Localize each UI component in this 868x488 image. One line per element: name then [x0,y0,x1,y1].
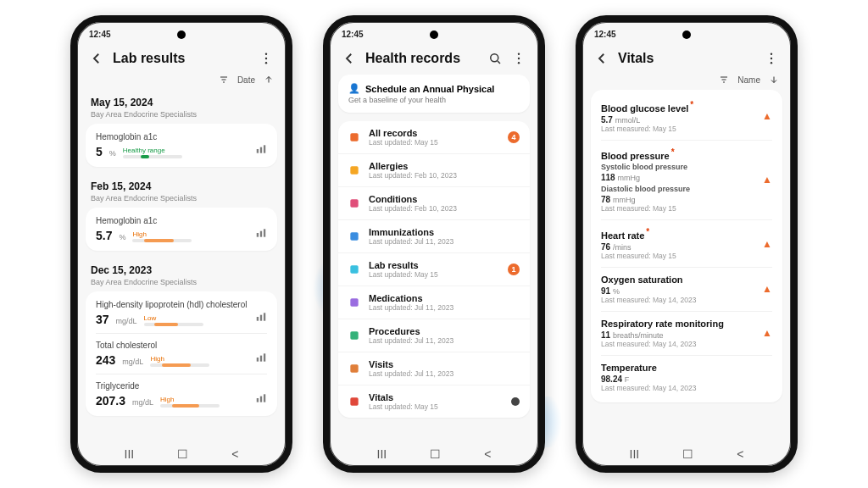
search-icon[interactable] [487,51,503,66]
vital-date: Last measured: May 14, 2023 [601,340,772,348]
vital-respiratory-rate-monitoring[interactable]: Respiratory rate monitoring11 breaths/mi… [601,312,772,356]
record-date: Last updated: Feb 10, 2023 [369,171,520,180]
promo-card[interactable]: 👤Schedule an Annual Physical Get a basel… [338,75,530,113]
metric-unit: mg/dL [122,358,143,366]
range-label: High [150,355,164,363]
svg-rect-28 [350,331,358,339]
vital-blood-glucose-level[interactable]: Blood glucose level*5.7 mmol/LLast measu… [601,93,772,141]
status-time: 12:45 [89,30,111,39]
record-item-lab-results[interactable]: Lab resultsLast updated: May 151 [338,253,530,286]
record-item-conditions[interactable]: ConditionsLast updated: Feb 10, 2023 [338,187,530,220]
vital-oxygen-saturation[interactable]: Oxygen saturation91 %Last measured: May … [601,268,772,312]
lab-body: May 15, 2024Bay Area Endocrine Specialis… [77,90,286,432]
lab-card[interactable]: High-density lipoprotein (hdl) cholester… [86,291,277,416]
record-icon [348,363,360,374]
vitals-body: Blood glucose level*5.7 mmol/LLast measu… [582,90,791,432]
nav-back-icon[interactable]: < [231,447,238,461]
status-time: 12:45 [342,30,364,39]
svg-point-19 [518,53,520,55]
svg-rect-23 [350,166,358,174]
record-date: Last updated: May 15 [369,402,503,411]
chart-icon[interactable] [252,352,267,367]
metric-value: 5.7 [96,229,112,242]
more-icon[interactable] [511,51,526,66]
vital-name: Blood pressure* [601,147,772,161]
lab-card[interactable]: Hemoglobin a1c5.7%High [86,208,277,251]
svg-rect-29 [350,364,358,372]
sort-row: Date [77,75,286,90]
svg-rect-5 [264,145,265,152]
chart-icon[interactable] [252,392,267,408]
nav-recents-icon[interactable]: III [630,447,640,461]
warning-icon: ▲ [762,110,772,122]
vital-date: Last measured: May 15 [601,125,772,133]
back-icon[interactable] [89,51,104,66]
record-name: Medications [369,293,520,303]
more-icon[interactable] [259,51,274,66]
svg-rect-10 [260,315,262,321]
nav-home-icon[interactable]: ☐ [430,447,441,461]
vital-subline-value: 118 mmHg [601,173,772,182]
svg-point-31 [771,53,772,55]
sort-arrow-icon[interactable] [264,75,274,85]
metric-value: 5 [96,145,103,158]
sort-label[interactable]: Date [237,75,255,85]
status-time: 12:45 [594,30,616,39]
sort-arrow-icon[interactable] [769,75,779,85]
vital-subline-label: Systolic blood pressure [601,163,772,171]
record-date: Last updated: Jul 11, 2023 [369,336,520,345]
record-item-allergies[interactable]: AllergiesLast updated: Feb 10, 2023 [338,154,530,187]
svg-rect-11 [264,313,265,320]
record-item-vitals[interactable]: VitalsLast updated: May 15 [338,385,530,418]
metric-name: High-density lipoprotein (hdl) cholester… [96,300,267,309]
chart-icon[interactable] [252,227,267,242]
warning-icon: ▲ [762,283,772,295]
chart-icon[interactable] [252,143,267,158]
vital-temperature[interactable]: Temperature98.24 FLast measured: May 14,… [601,356,772,399]
metric-name: Triglyceride [96,381,267,391]
svg-rect-16 [260,396,262,402]
record-item-all-records[interactable]: All recordsLast updated: May 154 [338,121,530,154]
nav-home-icon[interactable]: ☐ [177,447,188,461]
nav-recents-icon[interactable]: III [125,447,135,461]
svg-rect-3 [257,149,259,153]
nav-recents-icon[interactable]: III [377,447,387,461]
vital-subline-value: 78 mmHg [601,195,772,204]
nav-back-icon[interactable]: < [484,447,491,461]
vital-name: Temperature [601,363,772,373]
record-item-immunizations[interactable]: ImmunizationsLast updated: Jul 11, 2023 [338,220,530,253]
svg-rect-14 [264,353,265,361]
vital-value: 98.24 F [601,374,772,384]
nav-home-icon[interactable]: ☐ [682,447,693,461]
vital-date: Last measured: May 15 [601,252,772,260]
metric-unit: mg/dL [116,317,137,325]
vital-blood-pressure[interactable]: Blood pressure*Systolic blood pressure11… [601,141,772,221]
range-label: Low [144,314,157,322]
nav-bar: III ☐ < [330,442,538,466]
vital-heart-rate[interactable]: Heart rate*76 /minsLast measured: May 15… [601,220,772,268]
nav-bar: III ☐ < [77,442,286,466]
record-date: Last updated: Feb 10, 2023 [369,204,520,213]
star-icon: * [646,227,649,236]
doctor-icon: 👤 [348,83,360,94]
svg-rect-9 [257,317,259,321]
nav-back-icon[interactable]: < [737,447,743,461]
lab-card[interactable]: Hemoglobin a1c5%Healthy range [86,124,277,167]
record-badge: 1 [508,263,520,275]
record-item-procedures[interactable]: ProceduresLast updated: Jul 11, 2023 [338,319,530,352]
more-icon[interactable] [764,51,779,66]
back-icon[interactable] [342,51,357,66]
record-item-visits[interactable]: VisitsLast updated: Jul 11, 2023 [338,352,530,385]
record-badge: 4 [508,131,520,143]
vital-name: Heart rate* [601,227,772,241]
sort-label[interactable]: Name [737,75,760,85]
vital-name: Respiratory rate monitoring [601,319,772,329]
chart-icon[interactable] [252,311,267,326]
record-name: Lab results [369,260,499,270]
filter-icon[interactable] [719,75,729,85]
back-icon[interactable] [594,51,609,66]
filter-icon[interactable] [219,75,229,85]
svg-point-21 [518,62,520,64]
svg-point-1 [265,58,267,59]
record-item-medications[interactable]: MedicationsLast updated: Jul 11, 2023 [338,286,530,319]
